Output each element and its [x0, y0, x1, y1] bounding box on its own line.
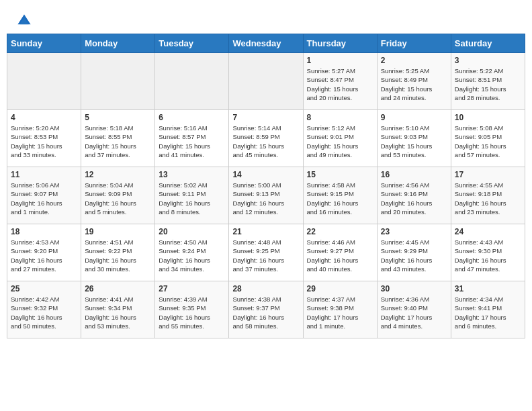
calendar-cell: 18Sunrise: 4:53 AM Sunset: 9:20 PM Dayli…	[7, 224, 81, 281]
day-content: Sunrise: 5:06 AM Sunset: 9:07 PM Dayligh…	[11, 181, 77, 216]
day-number: 17	[455, 170, 521, 179]
day-number: 7	[232, 113, 299, 122]
week-row-2: 4Sunrise: 5:20 AM Sunset: 8:53 PM Daylig…	[7, 110, 525, 167]
day-number: 26	[85, 284, 151, 293]
weekday-header-row: SundayMondayTuesdayWednesdayThursdayFrid…	[7, 34, 525, 53]
day-content: Sunrise: 5:00 AM Sunset: 9:13 PM Dayligh…	[232, 181, 299, 216]
day-number: 12	[85, 170, 151, 179]
calendar-cell: 21Sunrise: 4:48 AM Sunset: 9:25 PM Dayli…	[229, 224, 303, 281]
day-content: Sunrise: 4:50 AM Sunset: 9:24 PM Dayligh…	[159, 238, 225, 273]
day-number: 1	[307, 56, 373, 65]
day-number: 15	[307, 170, 373, 179]
calendar-cell: 20Sunrise: 4:50 AM Sunset: 9:24 PM Dayli…	[155, 224, 229, 281]
day-content: Sunrise: 4:46 AM Sunset: 9:27 PM Dayligh…	[307, 238, 373, 273]
logo-icon	[17, 13, 32, 28]
day-number: 14	[232, 170, 299, 179]
day-content: Sunrise: 4:36 AM Sunset: 9:40 PM Dayligh…	[381, 295, 447, 330]
day-content: Sunrise: 5:08 AM Sunset: 9:05 PM Dayligh…	[455, 124, 521, 159]
week-row-1: 1Sunrise: 5:27 AM Sunset: 8:47 PM Daylig…	[7, 53, 525, 110]
day-content: Sunrise: 5:22 AM Sunset: 8:51 PM Dayligh…	[455, 66, 521, 102]
day-content: Sunrise: 5:16 AM Sunset: 8:57 PM Dayligh…	[159, 124, 225, 159]
weekday-header-saturday: Saturday	[451, 34, 525, 53]
day-number: 30	[381, 284, 447, 293]
calendar-cell: 23Sunrise: 4:45 AM Sunset: 9:29 PM Dayli…	[377, 224, 451, 281]
day-content: Sunrise: 4:37 AM Sunset: 9:38 PM Dayligh…	[307, 295, 373, 330]
day-number: 4	[11, 113, 77, 122]
day-content: Sunrise: 4:39 AM Sunset: 9:35 PM Dayligh…	[159, 295, 225, 330]
calendar-cell: 5Sunrise: 5:18 AM Sunset: 8:55 PM Daylig…	[81, 110, 155, 167]
weekday-header-wednesday: Wednesday	[229, 34, 303, 53]
calendar-cell	[229, 53, 303, 110]
day-number: 19	[85, 227, 151, 236]
day-content: Sunrise: 4:42 AM Sunset: 9:32 PM Dayligh…	[11, 295, 77, 330]
day-number: 13	[159, 170, 225, 179]
day-number: 6	[159, 113, 225, 122]
calendar-cell	[81, 53, 155, 110]
calendar-cell: 19Sunrise: 4:51 AM Sunset: 9:22 PM Dayli…	[81, 224, 155, 281]
calendar-cell: 31Sunrise: 4:34 AM Sunset: 9:41 PM Dayli…	[451, 281, 525, 338]
day-content: Sunrise: 5:18 AM Sunset: 8:55 PM Dayligh…	[85, 124, 151, 159]
calendar-cell: 14Sunrise: 5:00 AM Sunset: 9:13 PM Dayli…	[229, 167, 303, 224]
day-content: Sunrise: 4:38 AM Sunset: 9:37 PM Dayligh…	[232, 295, 299, 330]
day-number: 24	[455, 227, 521, 236]
calendar-cell: 17Sunrise: 4:55 AM Sunset: 9:18 PM Dayli…	[451, 167, 525, 224]
week-row-4: 18Sunrise: 4:53 AM Sunset: 9:20 PM Dayli…	[7, 224, 525, 281]
week-row-5: 25Sunrise: 4:42 AM Sunset: 9:32 PM Dayli…	[7, 281, 525, 338]
calendar-cell: 15Sunrise: 4:58 AM Sunset: 9:15 PM Dayli…	[303, 167, 377, 224]
logo	[17, 13, 34, 28]
day-content: Sunrise: 5:27 AM Sunset: 8:47 PM Dayligh…	[307, 66, 373, 102]
calendar-cell: 16Sunrise: 4:56 AM Sunset: 9:16 PM Dayli…	[377, 167, 451, 224]
calendar-cell: 27Sunrise: 4:39 AM Sunset: 9:35 PM Dayli…	[155, 281, 229, 338]
calendar-cell: 26Sunrise: 4:41 AM Sunset: 9:34 PM Dayli…	[81, 281, 155, 338]
calendar-cell: 24Sunrise: 4:43 AM Sunset: 9:30 PM Dayli…	[451, 224, 525, 281]
day-content: Sunrise: 5:14 AM Sunset: 8:59 PM Dayligh…	[232, 124, 299, 159]
day-number: 18	[11, 227, 77, 236]
day-number: 27	[159, 284, 225, 293]
day-number: 25	[11, 284, 77, 293]
calendar-cell: 6Sunrise: 5:16 AM Sunset: 8:57 PM Daylig…	[155, 110, 229, 167]
day-number: 10	[455, 113, 521, 122]
day-number: 5	[85, 113, 151, 122]
day-content: Sunrise: 4:41 AM Sunset: 9:34 PM Dayligh…	[85, 295, 151, 330]
calendar-cell: 1Sunrise: 5:27 AM Sunset: 8:47 PM Daylig…	[303, 53, 377, 110]
weekday-header-friday: Friday	[377, 34, 451, 53]
day-content: Sunrise: 4:43 AM Sunset: 9:30 PM Dayligh…	[455, 238, 521, 273]
day-content: Sunrise: 5:20 AM Sunset: 8:53 PM Dayligh…	[11, 124, 77, 159]
calendar-cell: 9Sunrise: 5:10 AM Sunset: 9:03 PM Daylig…	[377, 110, 451, 167]
calendar-cell: 28Sunrise: 4:38 AM Sunset: 9:37 PM Dayli…	[229, 281, 303, 338]
calendar-cell: 4Sunrise: 5:20 AM Sunset: 8:53 PM Daylig…	[7, 110, 81, 167]
calendar-cell: 22Sunrise: 4:46 AM Sunset: 9:27 PM Dayli…	[303, 224, 377, 281]
day-content: Sunrise: 4:51 AM Sunset: 9:22 PM Dayligh…	[85, 238, 151, 273]
weekday-header-sunday: Sunday	[7, 34, 81, 53]
day-number: 22	[307, 227, 373, 236]
day-number: 28	[232, 284, 299, 293]
day-content: Sunrise: 5:10 AM Sunset: 9:03 PM Dayligh…	[381, 124, 447, 159]
calendar-cell	[7, 53, 81, 110]
calendar-cell: 10Sunrise: 5:08 AM Sunset: 9:05 PM Dayli…	[451, 110, 525, 167]
page-header	[7, 7, 525, 34]
day-number: 11	[11, 170, 77, 179]
calendar-cell: 12Sunrise: 5:04 AM Sunset: 9:09 PM Dayli…	[81, 167, 155, 224]
calendar-cell: 29Sunrise: 4:37 AM Sunset: 9:38 PM Dayli…	[303, 281, 377, 338]
calendar-cell: 30Sunrise: 4:36 AM Sunset: 9:40 PM Dayli…	[377, 281, 451, 338]
calendar-cell: 11Sunrise: 5:06 AM Sunset: 9:07 PM Dayli…	[7, 167, 81, 224]
calendar-cell: 2Sunrise: 5:25 AM Sunset: 8:49 PM Daylig…	[377, 53, 451, 110]
week-row-3: 11Sunrise: 5:06 AM Sunset: 9:07 PM Dayli…	[7, 167, 525, 224]
day-content: Sunrise: 5:04 AM Sunset: 9:09 PM Dayligh…	[85, 181, 151, 216]
calendar-table: SundayMondayTuesdayWednesdayThursdayFrid…	[7, 34, 525, 338]
day-number: 29	[307, 284, 373, 293]
weekday-header-monday: Monday	[81, 34, 155, 53]
calendar-cell	[155, 53, 229, 110]
day-number: 21	[232, 227, 299, 236]
day-number: 8	[307, 113, 373, 122]
calendar-cell: 13Sunrise: 5:02 AM Sunset: 9:11 PM Dayli…	[155, 167, 229, 224]
day-content: Sunrise: 4:55 AM Sunset: 9:18 PM Dayligh…	[455, 181, 521, 216]
day-content: Sunrise: 4:56 AM Sunset: 9:16 PM Dayligh…	[381, 181, 447, 216]
day-content: Sunrise: 4:53 AM Sunset: 9:20 PM Dayligh…	[11, 238, 77, 273]
day-number: 31	[455, 284, 521, 293]
calendar-cell: 25Sunrise: 4:42 AM Sunset: 9:32 PM Dayli…	[7, 281, 81, 338]
day-number: 9	[381, 113, 447, 122]
calendar-cell: 3Sunrise: 5:22 AM Sunset: 8:51 PM Daylig…	[451, 53, 525, 110]
day-content: Sunrise: 4:48 AM Sunset: 9:25 PM Dayligh…	[232, 238, 299, 273]
day-number: 23	[381, 227, 447, 236]
